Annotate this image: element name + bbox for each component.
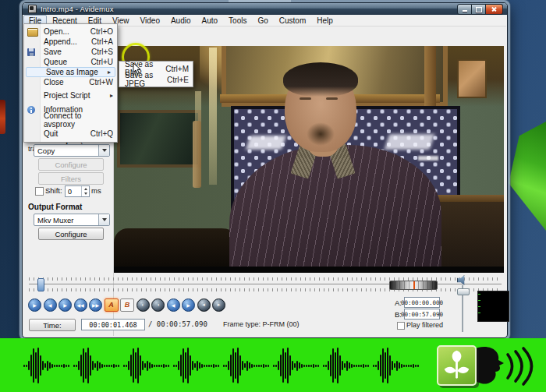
- waveform-bar: [140, 355, 141, 376]
- toolbar-play-button[interactable]: ▶: [28, 298, 41, 312]
- waveform-bar: [44, 363, 46, 368]
- waveform-bar: [218, 365, 219, 367]
- menu-item-open[interactable]: Open...Ctrl+O: [24, 26, 117, 37]
- play-filtered-checkbox[interactable]: [397, 322, 405, 330]
- video-wood-ledge: [431, 195, 504, 202]
- toolbar-forward-one-min-button[interactable]: ►: [212, 298, 225, 312]
- chevron-down-icon: [98, 214, 109, 225]
- toolbar-mark-a-button[interactable]: A: [105, 298, 119, 312]
- toolbar-prev-keyframe-button[interactable]: ◀: [167, 298, 180, 312]
- toolbar-back-one-min-button[interactable]: ◄: [197, 298, 211, 312]
- format-configure-button[interactable]: Configure: [38, 228, 104, 240]
- waveform-bar: [289, 355, 291, 376]
- menubar-item-go[interactable]: Go: [252, 15, 273, 26]
- audio-codec-select[interactable]: Copy: [34, 144, 110, 157]
- duration-label: / 00:00:57.090: [148, 320, 207, 328]
- waveform-bar: [235, 352, 236, 379]
- waveform-bar: [325, 365, 327, 367]
- waveform-bar: [56, 365, 58, 367]
- maximize-button[interactable]: [472, 4, 486, 15]
- menu-item-quit[interactable]: QuitCtrl+Q: [24, 129, 117, 139]
- waveform-bar: [118, 365, 119, 367]
- menu-item-save[interactable]: SaveCtrl+S: [24, 47, 117, 57]
- waveform-bar: [78, 361, 80, 370]
- minimize-button[interactable]: [457, 4, 472, 15]
- submenu-item-save-jpeg[interactable]: Save as JPEGCtrl+E: [119, 74, 193, 85]
- shift-unit-label: ms: [91, 186, 101, 195]
- menu-item-connect-avsproxy[interactable]: Connect to avsproxy: [24, 115, 117, 125]
- waveform-bar: [92, 361, 94, 370]
- waveform-bar: [330, 355, 332, 376]
- waveform-bar: [108, 365, 110, 367]
- shift-checkbox[interactable]: [35, 187, 44, 196]
- waveform-bar: [301, 364, 303, 368]
- sprout-icon: [440, 347, 473, 381]
- shuttle-wheel[interactable]: [389, 281, 438, 290]
- waveform-bar: [373, 365, 374, 367]
- marker-b-field[interactable]: 00:00:57.090: [404, 309, 440, 320]
- menubar-item-audio[interactable]: Audio: [165, 15, 197, 26]
- menu-item-append[interactable]: Append...Ctrl+A: [24, 37, 117, 47]
- volume-slider-handle[interactable]: [457, 288, 470, 295]
- toolbar-goto-first-button[interactable]: ◀◀: [74, 298, 87, 312]
- toolbar-prev-black-frame-button[interactable]: ◐: [136, 298, 150, 312]
- toolbar-prev-frame-button[interactable]: ◀: [44, 298, 57, 312]
- waveform-bar: [360, 365, 362, 367]
- menu-item-project-script[interactable]: Project Script▸: [24, 90, 117, 101]
- waveform-bar: [40, 355, 41, 376]
- waveform-bar: [408, 365, 410, 367]
- menubar-item-auto[interactable]: Auto: [197, 15, 224, 26]
- transport-toolbar: ▶◀▶◀◀▶▶AB◐◑◀▶◄►: [28, 298, 225, 311]
- banner-logo-shape: [418, 156, 438, 161]
- waveform-bar: [244, 363, 246, 368]
- menubar-item-custom[interactable]: Custom: [274, 15, 311, 26]
- menubar-item-help[interactable]: Help: [311, 15, 339, 26]
- video-small-picture: [457, 59, 487, 98]
- menubar-item-video[interactable]: Video: [135, 15, 165, 26]
- waveform-bar: [201, 364, 203, 368]
- waveform-bar: [278, 361, 279, 370]
- shift-value-input[interactable]: 0: [65, 185, 90, 197]
- waveform-bar: [130, 355, 132, 376]
- toolbar-mark-b-button[interactable]: B: [120, 298, 134, 312]
- marker-a-field[interactable]: 00:00:00.000: [404, 297, 440, 308]
- waveform-bar: [54, 365, 55, 367]
- waveform-bar: [87, 348, 89, 383]
- waveform-bar: [342, 361, 343, 370]
- waveform-bar: [123, 365, 125, 367]
- menu-item-close[interactable]: CloseCtrl+W: [24, 77, 117, 87]
- green-banner: [0, 338, 546, 392]
- banner-logo-shape: [246, 136, 286, 150]
- close-button[interactable]: [486, 4, 503, 15]
- toolbar-goto-last-button[interactable]: ▶▶: [89, 298, 102, 312]
- waveform-bar: [113, 364, 115, 368]
- waveform-bar: [97, 361, 98, 371]
- screen: Intro.mp4 - Avidemux File Recent Edit Vi…: [0, 0, 546, 392]
- title-bar[interactable]: Intro.mp4 - Avidemux: [23, 3, 507, 15]
- save-as-image-submenu: Save as BMPCtrl+M Save as JPEGCtrl+E: [119, 61, 193, 87]
- time-button[interactable]: Time:: [29, 319, 76, 331]
- waveform-bar: [417, 365, 419, 367]
- waveform-bar: [237, 348, 239, 383]
- current-time-field[interactable]: 00:00:01.468: [81, 319, 145, 330]
- toolbar-next-black-frame-button[interactable]: ◑: [151, 298, 165, 312]
- menu-item-queue[interactable]: QueueCtrl+U: [24, 57, 117, 67]
- waveform-bar: [294, 363, 296, 368]
- menu-item-save-as-image[interactable]: Save as Image▸: [26, 67, 115, 77]
- spinner-arrows-icon[interactable]: [81, 186, 89, 196]
- submenu-arrow-icon: ▸: [108, 69, 111, 76]
- toolbar-next-frame-button[interactable]: ▶: [58, 298, 72, 312]
- save-floppy-icon: [27, 48, 35, 56]
- muxer-select[interactable]: Mkv Muxer: [34, 214, 110, 226]
- audio-filters-button[interactable]: Filters: [38, 172, 104, 185]
- menubar-item-tools[interactable]: Tools: [223, 15, 252, 26]
- slider-thumb[interactable]: [37, 278, 44, 291]
- waveform-bar: [261, 365, 262, 367]
- waveform-bar: [273, 365, 275, 367]
- waveform-bar: [232, 348, 234, 383]
- waveform-bar: [178, 361, 179, 370]
- waveform-bar: [406, 365, 407, 367]
- audio-configure-button[interactable]: Configure: [38, 158, 104, 171]
- video-left-picture: [117, 110, 201, 168]
- toolbar-next-keyframe-button[interactable]: ▶: [182, 298, 195, 312]
